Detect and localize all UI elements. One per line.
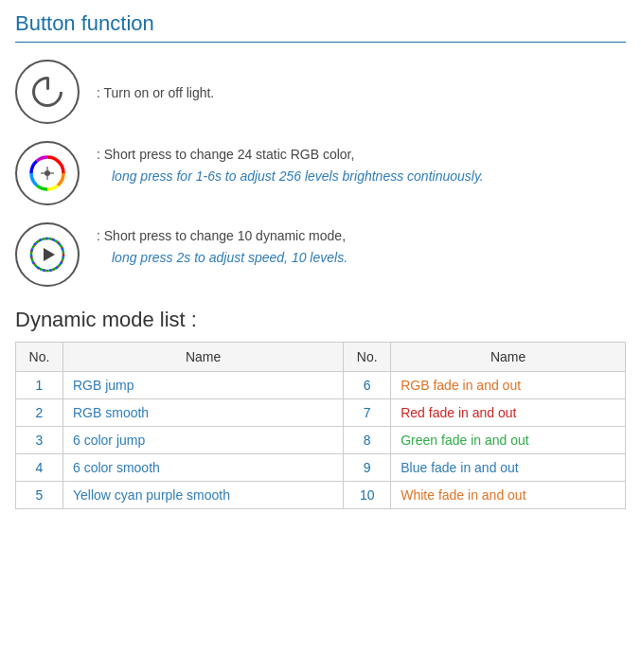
- power-desc: : Turn on or off light.: [97, 80, 626, 105]
- table-cell-name1: 6 color jump: [63, 427, 344, 454]
- button-row-rgb: : Short press to change 24 static RGB co…: [15, 141, 626, 205]
- table-cell-no1: 2: [16, 399, 63, 427]
- play-ring-icon: [27, 234, 68, 275]
- rgb-desc-line2: long press for 1-6s to adjust 256 levels…: [112, 167, 626, 186]
- dynamic-mode-section: Dynamic mode list : No. Name No. Name 1R…: [15, 308, 626, 509]
- svg-point-1: [45, 170, 50, 176]
- table-cell-no1: 5: [16, 482, 63, 509]
- table-cell-no1: 4: [16, 454, 63, 482]
- dynamic-button-icon-wrapper: [15, 222, 80, 287]
- table-cell-no2: 8: [344, 427, 391, 454]
- table-cell-name2: White fade in and out: [391, 482, 626, 509]
- table-header-row: No. Name No. Name: [16, 343, 626, 372]
- table-cell-no1: 1: [16, 372, 63, 399]
- table-cell-name1: 6 color smooth: [63, 454, 344, 482]
- table-row: 5Yellow cyan purple smooth10White fade i…: [16, 482, 626, 509]
- power-button-icon-wrapper: [15, 60, 80, 124]
- dynamic-desc-line1: : Short press to change 10 dynamic mode,: [97, 226, 626, 246]
- table-cell-name1: RGB jump: [63, 372, 344, 399]
- table-cell-no2: 6: [344, 372, 391, 399]
- dynamic-mode-title: Dynamic mode list :: [15, 308, 626, 332]
- table-cell-name1: RGB smooth: [63, 399, 344, 427]
- rgb-ring-icon: [27, 152, 68, 194]
- button-row-power: : Turn on or off light.: [15, 60, 626, 124]
- button-section: : Turn on or off light.: [15, 60, 626, 287]
- dynamic-desc-line2: long press 2s to adjust speed, 10 levels…: [112, 248, 626, 268]
- table-row: 1RGB jump6RGB fade in and out: [16, 372, 626, 399]
- header-name1: Name: [63, 343, 344, 372]
- table-cell-no2: 7: [344, 399, 391, 427]
- table-cell-name2: Blue fade in and out: [391, 454, 626, 482]
- header-no1: No.: [16, 343, 63, 372]
- dynamic-desc: : Short press to change 10 dynamic mode,…: [97, 222, 626, 270]
- table-cell-no2: 9: [344, 454, 391, 482]
- table-cell-name2: Green fade in and out: [391, 427, 626, 454]
- table-cell-name2: Red fade in and out: [391, 399, 626, 427]
- table-cell-name2: RGB fade in and out: [391, 372, 626, 399]
- dynamic-mode-table: No. Name No. Name 1RGB jump6RGB fade in …: [15, 342, 626, 509]
- table-cell-name1: Yellow cyan purple smooth: [63, 482, 344, 509]
- table-row: 36 color jump8Green fade in and out: [16, 427, 626, 454]
- button-row-dynamic: : Short press to change 10 dynamic mode,…: [15, 222, 626, 287]
- header-name2: Name: [391, 343, 626, 372]
- title-divider: [15, 42, 626, 43]
- rgb-desc: : Short press to change 24 static RGB co…: [97, 141, 626, 188]
- power-icon: [30, 75, 64, 109]
- table-row: 2RGB smooth7Red fade in and out: [16, 399, 626, 427]
- table-cell-no1: 3: [16, 427, 63, 454]
- table-row: 46 color smooth9Blue fade in and out: [16, 454, 626, 482]
- rgb-button-icon-wrapper: [15, 141, 80, 205]
- table-cell-no2: 10: [344, 482, 391, 509]
- page-title: Button function: [15, 11, 626, 36]
- rgb-desc-line1: : Short press to change 24 static RGB co…: [97, 145, 626, 165]
- svg-marker-9: [44, 248, 55, 261]
- power-desc-line: : Turn on or off light.: [97, 83, 626, 103]
- header-no2: No.: [344, 343, 391, 372]
